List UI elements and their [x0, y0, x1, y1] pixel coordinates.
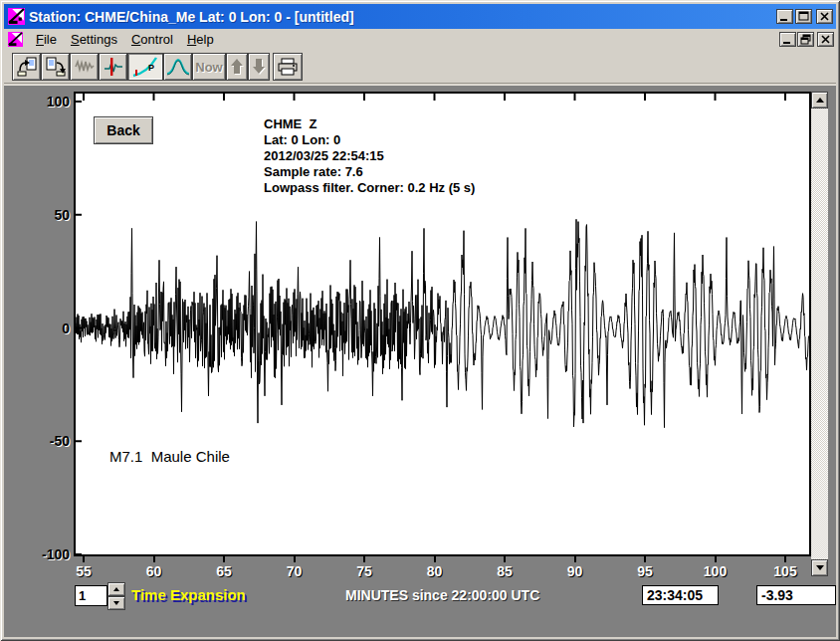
toolbar: P Now: [4, 50, 836, 84]
spinner-down-button[interactable]: [107, 596, 125, 610]
title-bar: Station: CHME/China_Me Lat: 0 Lon: 0 - […: [4, 4, 836, 29]
scroll-up-button[interactable]: [226, 53, 248, 81]
amplitude-readout: -3.93: [756, 585, 836, 605]
menu-settings[interactable]: Settings: [64, 30, 124, 49]
x-axis-label: 105: [765, 563, 805, 579]
x-axis-tick: [153, 556, 155, 562]
x-axis-label: 95: [625, 563, 665, 579]
x-axis-tick: [784, 556, 786, 562]
up-arrow-icon: [113, 587, 119, 591]
extract-event-button[interactable]: [12, 53, 41, 81]
window-title: Station: CHME/China_Me Lat: 0 Lon: 0 - […: [29, 9, 776, 25]
x-axis-tick: [434, 556, 436, 562]
y-axis-label: 100: [36, 94, 70, 109]
minimize-icon: [779, 11, 790, 22]
mdi-restore-button[interactable]: [797, 32, 814, 47]
time-expansion-input[interactable]: [75, 585, 107, 606]
raw-trace-button[interactable]: [70, 53, 99, 81]
x-axis-label: 85: [485, 563, 525, 579]
close-icon: [819, 11, 830, 22]
menu-bar: File Settings Control Help: [4, 29, 836, 50]
mdi-close-button[interactable]: [817, 32, 834, 47]
x-axis-label: 75: [344, 563, 384, 579]
print-icon: [277, 57, 299, 77]
back-button[interactable]: Back: [94, 116, 153, 144]
maximize-button[interactable]: [795, 9, 812, 24]
restore-icon: [800, 34, 811, 45]
app-icon: [8, 8, 25, 25]
x-axis-tick: [504, 556, 506, 562]
close-button[interactable]: [816, 9, 833, 24]
x-axis-tick: [223, 556, 225, 562]
document-icon: [8, 32, 23, 47]
pick-arrival-icon: [103, 56, 124, 78]
x-axis-tick: [574, 556, 576, 562]
time-expansion-spinner: [107, 582, 125, 610]
travel-time-button[interactable]: P: [127, 53, 163, 81]
x-axis-label: 90: [555, 563, 595, 579]
menu-help[interactable]: Help: [180, 30, 221, 49]
down-arrow-icon: [113, 601, 119, 605]
minimize-button[interactable]: [776, 9, 793, 24]
y-axis-label: 0: [36, 320, 70, 336]
sample-rate: Sample rate: 7.6: [264, 164, 475, 180]
travel-time-p-icon: P: [131, 55, 159, 79]
x-axis-tick: [363, 556, 365, 562]
filter-response-button[interactable]: [163, 53, 192, 81]
now-button[interactable]: Now: [192, 53, 226, 81]
x-axis-tick: [715, 556, 717, 562]
scrollbar-down-button[interactable]: [811, 559, 828, 576]
mdi-minimize-button[interactable]: [779, 32, 796, 47]
minimize-icon: [782, 34, 793, 45]
trace-start-time: 2012/03/25 22:54:15: [264, 148, 475, 164]
save-event-button[interactable]: [41, 53, 70, 81]
time-expansion-label: Time Expansion: [131, 586, 246, 603]
app-window: Station: CHME/China_Me Lat: 0 Lon: 0 - […: [0, 0, 840, 641]
x-axis-tick: [294, 556, 296, 562]
svg-text:P: P: [148, 63, 154, 73]
station-channel: CHME Z: [264, 116, 475, 132]
trace-header: CHME Z Lat: 0 Lon: 0 2012/03/25 22:54:15…: [264, 116, 475, 196]
spinner-up-button[interactable]: [107, 582, 125, 596]
up-arrow-icon: [229, 58, 245, 76]
close-icon: [820, 34, 831, 45]
y-axis-label: -50: [36, 433, 70, 449]
raw-trace-icon: [74, 56, 96, 78]
filter-info: Lowpass filter. Corner: 0.2 Hz (5 s): [264, 180, 475, 196]
x-axis-label: 65: [204, 563, 244, 579]
x-axis-label: 100: [696, 563, 735, 579]
menu-file[interactable]: File: [29, 30, 64, 49]
x-axis-tick: [644, 556, 646, 562]
down-arrow-icon: [816, 565, 824, 570]
current-time-readout: 23:34:05: [642, 585, 719, 605]
pick-arrival-button[interactable]: [99, 53, 127, 81]
down-arrow-icon: [251, 58, 267, 76]
x-axis-label: 60: [134, 563, 174, 579]
event-label: M7.1 Maule Chile: [109, 448, 230, 465]
save-event-icon: [45, 56, 67, 78]
plot-panel: Back CHME Z Lat: 0 Lon: 0 2012/03/25 22:…: [4, 85, 836, 637]
menu-control[interactable]: Control: [124, 30, 180, 49]
scroll-down-button[interactable]: [248, 53, 270, 81]
y-axis-label: 50: [36, 207, 70, 223]
up-arrow-icon: [816, 98, 824, 103]
print-button[interactable]: [273, 53, 303, 81]
x-axis-label: 70: [275, 563, 315, 579]
station-latlon: Lat: 0 Lon: 0: [264, 132, 475, 148]
x-axis-label: 55: [64, 563, 104, 579]
x-axis-title: MINUTES since 22:00:00 UTC: [345, 587, 539, 603]
maximize-icon: [798, 11, 809, 22]
x-axis-label: 80: [415, 563, 455, 579]
x-axis-tick: [83, 556, 85, 562]
vertical-scrollbar[interactable]: [811, 92, 828, 576]
extract-event-icon: [16, 56, 38, 78]
filter-response-icon: [166, 56, 190, 78]
y-axis-label: -100: [36, 546, 70, 562]
scrollbar-up-button[interactable]: [811, 92, 828, 108]
